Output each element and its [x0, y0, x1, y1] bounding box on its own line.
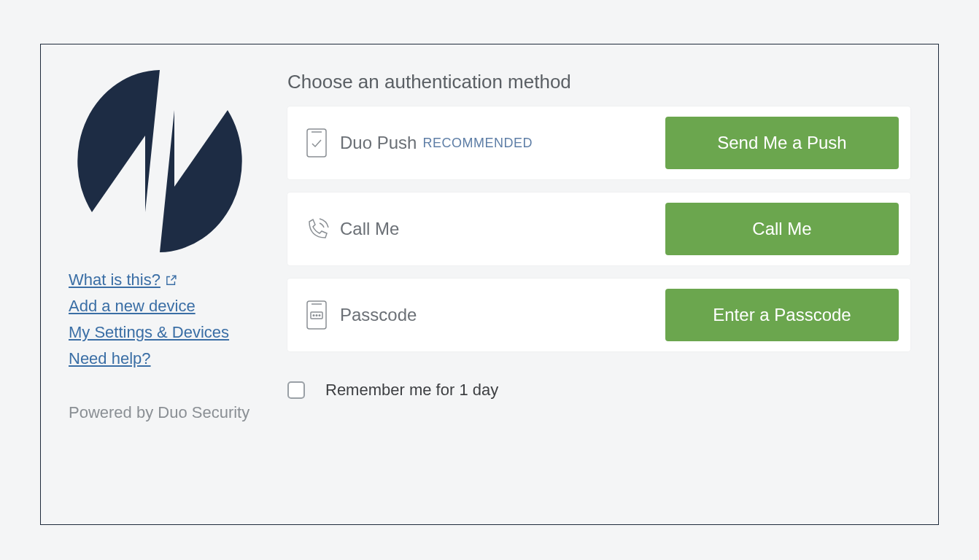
remember-me-label: Remember me for 1 day	[325, 381, 498, 400]
method-label: Passcode	[340, 305, 417, 325]
method-row-push: Duo Push RECOMMENDED Send Me a Push	[287, 106, 910, 179]
phone-check-icon	[299, 128, 334, 158]
org-logo	[69, 66, 251, 256]
sidebar-links: What is this? Add a new device My Settin…	[69, 271, 273, 368]
remember-me-checkbox[interactable]	[287, 381, 305, 399]
method-row-call: Call Me Call Me	[287, 192, 910, 265]
svg-point-7	[319, 315, 320, 316]
method-label: Call Me	[340, 219, 399, 239]
auth-heading: Choose an authentication method	[287, 71, 910, 93]
link-settings[interactable]: My Settings & Devices	[69, 323, 229, 342]
svg-rect-0	[307, 129, 326, 157]
method-row-passcode: Passcode Enter a Passcode	[287, 279, 910, 351]
call-me-button[interactable]: Call Me	[665, 203, 899, 255]
phone-passcode-icon	[299, 300, 334, 330]
recommended-badge: RECOMMENDED	[422, 136, 533, 151]
link-label: What is this?	[69, 271, 160, 289]
method-label: Duo Push	[340, 133, 417, 153]
auth-prompt-frame: What is this? Add a new device My Settin…	[40, 44, 939, 525]
link-need-help[interactable]: Need help?	[69, 349, 151, 368]
enter-passcode-button[interactable]: Enter a Passcode	[665, 289, 899, 341]
phone-call-icon	[299, 214, 334, 244]
sidebar: What is this? Add a new device My Settin…	[69, 66, 287, 502]
link-add-device[interactable]: Add a new device	[69, 297, 196, 316]
svg-point-5	[313, 315, 314, 316]
remember-row: Remember me for 1 day	[287, 381, 910, 400]
link-what-is-this[interactable]: What is this?	[69, 271, 177, 289]
svg-point-6	[316, 315, 317, 316]
send-push-button[interactable]: Send Me a Push	[665, 117, 899, 169]
powered-by-text: Powered by Duo Security	[69, 403, 273, 422]
external-link-icon	[165, 274, 177, 287]
main-panel: Choose an authentication method Duo Push…	[287, 66, 910, 502]
